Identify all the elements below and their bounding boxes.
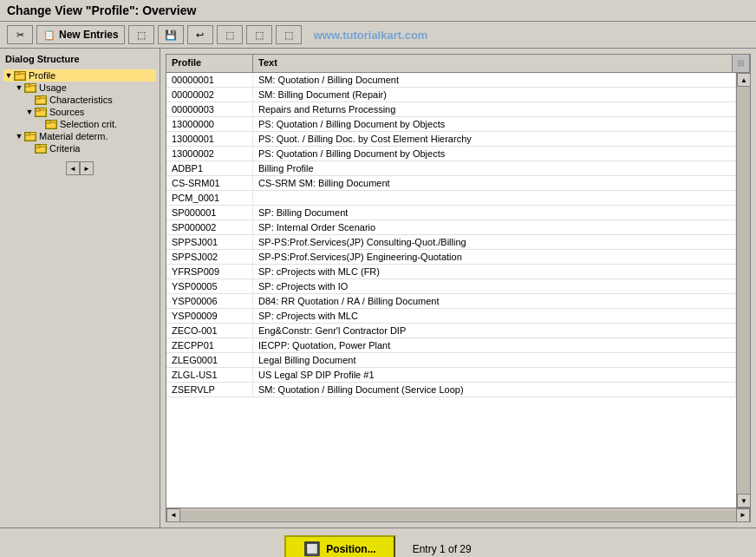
- undo-icon: ↩: [193, 28, 207, 42]
- tree-item-criteria[interactable]: Criteria: [3, 142, 156, 154]
- icon6: ⬚: [252, 28, 266, 42]
- cell-text: [253, 191, 736, 205]
- new-entries-icon: 📋: [42, 28, 56, 42]
- h-scroll-track[interactable]: [180, 511, 736, 520]
- sort-icon: [738, 57, 744, 69]
- table-row[interactable]: SP000001SP: Billing Document: [166, 206, 736, 220]
- left-scroll-right[interactable]: ►: [80, 161, 94, 175]
- tree-label-characteristics: Characteristics: [49, 95, 113, 105]
- entry-info: Entry 1 of 29: [413, 543, 472, 555]
- page-title: Change View "Profile": Overview: [7, 3, 196, 17]
- table-row[interactable]: 00000003Repairs and Returns Processing: [166, 102, 736, 117]
- table-row[interactable]: SP000002SP: Internal Order Scenario: [166, 220, 736, 235]
- position-label: Position...: [326, 543, 375, 555]
- table-row[interactable]: 13000000PS: Quotation / Billing Document…: [166, 117, 736, 132]
- scroll-left[interactable]: ◄: [166, 508, 180, 522]
- tree-item-material_determ[interactable]: ▼Material determ.: [3, 130, 156, 142]
- scroll-right[interactable]: ►: [736, 508, 750, 522]
- cell-text: SP: Internal Order Scenario: [253, 220, 736, 234]
- tree-label-usage: Usage: [39, 82, 67, 93]
- folder-icon-characteristics: [35, 95, 47, 105]
- dialog-structure-title: Dialog Structure: [3, 52, 156, 66]
- toolbar: ✂ 📋 New Entries ⬚ 💾 ↩ ⬚ ⬚ ⬚ www.tutorial…: [0, 22, 756, 49]
- cell-text: SM: Quotation / Billing Document (Servic…: [253, 383, 736, 396]
- svg-rect-7: [36, 108, 40, 111]
- position-icon: 🔲: [303, 541, 321, 557]
- tree-expand-profile[interactable]: ▼: [3, 70, 14, 81]
- new-entries-button[interactable]: 📋 New Entries: [36, 25, 125, 44]
- table-row[interactable]: YSP00009SP: cProjects with MLC: [166, 309, 736, 324]
- cell-text: SP: cProjects with MLC (FR): [253, 265, 736, 278]
- table-row[interactable]: ZLEG0001Legal Billing Document: [166, 353, 736, 368]
- scroll-down[interactable]: ▼: [737, 494, 750, 508]
- scroll-up[interactable]: ▲: [737, 73, 750, 87]
- header-profile: Profile: [166, 55, 253, 72]
- table-row[interactable]: 00000002SM: Billing Document (Repair): [166, 88, 736, 102]
- btn5[interactable]: ⬚: [217, 25, 243, 44]
- table-row[interactable]: 00000001SM: Quotation / Billing Document: [166, 73, 736, 88]
- tree-item-sources[interactable]: ▼Sources: [3, 106, 156, 118]
- cell-profile: 00000002: [166, 88, 253, 102]
- table-row[interactable]: CS-SRM01CS-SRM SM: Billing Document: [166, 176, 736, 191]
- tree-item-profile[interactable]: ▼Profile: [3, 69, 156, 82]
- undo-button[interactable]: ↩: [187, 25, 213, 44]
- cell-profile: YSP00005: [166, 279, 253, 293]
- cell-text: PS: Quotation / Billing Document by Obje…: [253, 117, 736, 131]
- btn7[interactable]: ⬚: [276, 25, 302, 44]
- edit-button[interactable]: ✂: [7, 25, 33, 44]
- watermark: www.tutorialkart.com: [314, 29, 428, 42]
- tree-item-selection_crit[interactable]: Selection crit.: [3, 118, 156, 130]
- cell-profile: PCM_0001: [166, 191, 253, 205]
- tree-expand-material_determ[interactable]: ▼: [14, 131, 24, 141]
- table-row[interactable]: YFRSP009SP: cProjects with MLC (FR): [166, 265, 736, 279]
- table-row[interactable]: ZECO-001Eng&Constr: Genr'l Contractor DI…: [166, 324, 736, 338]
- data-table: Profile Text 00000001SM: Quotation / Bil…: [166, 54, 751, 522]
- cell-profile: 13000002: [166, 147, 253, 161]
- title-bar: Change View "Profile": Overview: [0, 0, 756, 22]
- btn6[interactable]: ⬚: [246, 25, 272, 44]
- table-row[interactable]: ZLGL-US1US Legal SP DIP Profile #1: [166, 368, 736, 383]
- tree-item-characteristics[interactable]: Characteristics: [3, 94, 156, 106]
- cell-profile: SPPSJ002: [166, 250, 253, 264]
- table-row[interactable]: SPPSJ001SP-PS:Prof.Services(JP) Consulti…: [166, 235, 736, 250]
- position-button[interactable]: 🔲 Position...: [284, 535, 394, 557]
- table-body[interactable]: 00000001SM: Quotation / Billing Document…: [166, 73, 736, 508]
- scroll-track[interactable]: [737, 87, 750, 494]
- vertical-scrollbar[interactable]: ▲ ▼: [736, 73, 750, 508]
- save-button[interactable]: 💾: [158, 25, 184, 44]
- cell-text: SP: Billing Document: [253, 206, 736, 220]
- table-row[interactable]: ADBP1Billing Profile: [166, 161, 736, 176]
- header-text: Text: [253, 55, 733, 72]
- table-row[interactable]: ZSERVLPSM: Quotation / Billing Document …: [166, 383, 736, 397]
- cell-profile: 00000003: [166, 102, 253, 116]
- cell-profile: ZECPP01: [166, 338, 253, 352]
- tree-label-material_determ: Material determ.: [39, 131, 108, 141]
- main-content: Dialog Structure ▼Profile▼UsageCharacter…: [0, 49, 756, 528]
- table-row[interactable]: YSP00006D84: RR Quotation / RA / Billing…: [166, 294, 736, 309]
- cell-text: SM: Billing Document (Repair): [253, 88, 736, 102]
- cell-profile: 13000000: [166, 117, 253, 131]
- svg-rect-11: [25, 133, 29, 135]
- tree-expand-usage[interactable]: ▼: [14, 82, 24, 93]
- cell-profile: YSP00006: [166, 294, 253, 308]
- tree-expand-characteristics: [24, 95, 35, 105]
- tree-item-usage[interactable]: ▼Usage: [3, 82, 156, 94]
- cell-text: SP: cProjects with IO: [253, 279, 736, 293]
- table-row[interactable]: ZECPP01IECPP: Quotation, Power Plant: [166, 338, 736, 353]
- table-row[interactable]: SPPSJ002SP-PS:Prof.Services(JP) Engineer…: [166, 250, 736, 265]
- horizontal-scrollbar[interactable]: ◄ ►: [166, 508, 750, 521]
- save-icon: 💾: [164, 28, 178, 42]
- tree-expand-selection_crit: [35, 119, 45, 129]
- table-row[interactable]: YSP00005SP: cProjects with IO: [166, 279, 736, 294]
- table-row[interactable]: 13000002PS: Quotation / Billing Document…: [166, 147, 736, 161]
- folder-icon-selection_crit: [45, 120, 57, 129]
- copy-button[interactable]: ⬚: [128, 25, 154, 44]
- table-row[interactable]: PCM_0001: [166, 191, 736, 206]
- cell-text: US Legal SP DIP Profile #1: [253, 368, 736, 382]
- tree-expand-sources[interactable]: ▼: [24, 107, 35, 117]
- dialog-structure-panel: Dialog Structure ▼Profile▼UsageCharacter…: [0, 49, 160, 528]
- folder-icon-usage: [24, 83, 36, 93]
- left-scroll-left[interactable]: ◄: [66, 161, 80, 175]
- table-row[interactable]: 13000001PS: Quot. / Billing Doc. by Cost…: [166, 132, 736, 147]
- cell-profile: 00000001: [166, 73, 253, 87]
